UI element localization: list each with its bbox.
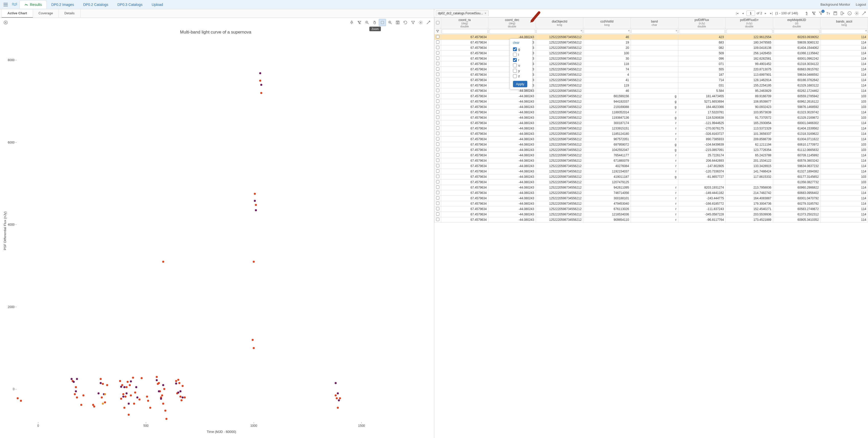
add-column-icon[interactable] xyxy=(840,11,845,16)
table-row[interactable]: 67.4579634-44.08024312522205987345562127… xyxy=(434,191,868,196)
row-checkbox[interactable] xyxy=(436,94,439,97)
row-checkbox[interactable] xyxy=(436,185,439,189)
row-checkbox[interactable] xyxy=(436,110,439,114)
refresh-button[interactable] xyxy=(402,19,409,26)
row-checkbox[interactable] xyxy=(436,202,439,205)
row-checkbox[interactable] xyxy=(436,132,439,135)
table-row[interactable]: 67.4579634-44.08024312522205987345562121… xyxy=(434,83,868,88)
pan-button[interactable] xyxy=(371,19,378,26)
page-input[interactable] xyxy=(746,10,755,16)
row-checkbox[interactable] xyxy=(436,83,439,87)
table-row[interactable]: 67.4579634-44.08024312522205987345562129… xyxy=(434,217,868,223)
row-checkbox[interactable] xyxy=(436,196,439,200)
add-chart-button[interactable] xyxy=(2,19,9,26)
table-row[interactable]: 67.4579634-44.08024312522205987345562124… xyxy=(434,34,868,40)
table-row[interactable]: 67.4579634-44.08024312522205987345562124… xyxy=(434,72,868,78)
table-row[interactable]: 67.4579634-44.08024312522205987345562124… xyxy=(434,174,868,180)
table-row[interactable]: 67.4579634-44.08024312522205987345562121… xyxy=(434,61,868,67)
row-checkbox[interactable] xyxy=(436,191,439,194)
table-row[interactable]: 67.4579634-44.08024312522205987345562121… xyxy=(434,147,868,153)
row-checkbox[interactable] xyxy=(436,46,439,49)
band-option-z[interactable]: z xyxy=(513,74,529,79)
row-checkbox[interactable] xyxy=(436,78,439,81)
table-row[interactable]: 67.4579634-44.08024312522205987345562126… xyxy=(434,206,868,212)
filter-band[interactable] xyxy=(631,29,678,34)
row-checkbox[interactable] xyxy=(436,175,439,178)
filter-bands_ascii[interactable] xyxy=(821,29,867,34)
table-row[interactable]: 67.4579634-44.08024312522205987345562124… xyxy=(434,88,868,94)
col-header-psfDiffFlux[interactable]: psfDiffFlux(nJy)double xyxy=(678,18,725,29)
logout-link[interactable]: Logout xyxy=(856,3,866,6)
table-row[interactable]: 67.4579634-44.08024312522205987345562121… xyxy=(434,126,868,131)
gear-icon[interactable] xyxy=(854,11,859,16)
table-row[interactable]: 67.4579634-44.08024312522205987345562121… xyxy=(434,115,868,120)
row-checkbox[interactable] xyxy=(436,67,439,70)
filter-diaObjectId[interactable] xyxy=(536,29,583,34)
row-checkbox[interactable] xyxy=(436,148,439,151)
row-checkbox[interactable] xyxy=(436,158,439,162)
table-row[interactable]: 67.4579634-44.08024312522205987345562127… xyxy=(434,153,868,158)
col-header-psfDiffFluxErr[interactable]: psfDiffFluxErr(nJy)double xyxy=(725,18,773,29)
clear-filter-link[interactable]: clear xyxy=(513,41,529,45)
table-row[interactable]: 67.4579634-44.08024312522205987345562123… xyxy=(434,56,868,61)
filter-row-icon[interactable] xyxy=(434,29,441,34)
background-monitor-link[interactable]: Background Monitor xyxy=(820,3,850,6)
first-page-button[interactable]: |◂ xyxy=(735,11,739,16)
subtab-active-chart[interactable]: Active Chart xyxy=(2,9,33,18)
table-row[interactable]: 67.4579634-44.08024312522205987345562121… xyxy=(434,212,868,217)
pin-button[interactable] xyxy=(348,19,355,26)
filter-ccdVisitId[interactable] xyxy=(584,29,630,34)
table-row[interactable]: 67.4579634-44.08024312522205987345562121… xyxy=(434,169,868,174)
box-select-button[interactable] xyxy=(379,19,386,26)
band-option-i[interactable]: i xyxy=(513,52,529,57)
filter-psfDiffFlux[interactable] xyxy=(679,29,725,34)
next-page-button[interactable]: ▸ xyxy=(764,11,768,16)
row-checkbox[interactable] xyxy=(436,137,439,141)
col-header-bands_ascii[interactable]: bands_asciilong xyxy=(820,18,868,29)
row-checkbox[interactable] xyxy=(436,40,439,44)
table-row[interactable]: 67.4579634-44.08024312522205987345562121… xyxy=(434,180,868,185)
row-checkbox[interactable] xyxy=(436,180,439,183)
band-option-g[interactable]: g xyxy=(513,47,529,52)
row-checkbox[interactable] xyxy=(436,35,439,38)
table-row[interactable]: 67.4579634-44.08024312522205987345562129… xyxy=(434,185,868,191)
row-checkbox[interactable] xyxy=(436,126,439,130)
table-row[interactable]: 67.4579634-44.08024312522205987345562121… xyxy=(434,131,868,137)
tab-dp0-2-catalogs[interactable]: DP0.2 Catalogs xyxy=(79,0,113,9)
save-table-icon[interactable] xyxy=(833,11,838,16)
expand-button[interactable] xyxy=(425,19,432,26)
row-checkbox[interactable] xyxy=(436,143,439,146)
row-checkbox[interactable] xyxy=(436,207,439,210)
row-checkbox[interactable] xyxy=(436,57,439,60)
row-checkbox[interactable] xyxy=(436,89,439,92)
text-size-icon[interactable] xyxy=(826,11,831,16)
clear-filters-icon[interactable] xyxy=(811,11,816,16)
filter-coord_ra[interactable] xyxy=(442,29,488,34)
filter-expMidptMJD[interactable] xyxy=(774,29,820,34)
band-option-r[interactable]: r xyxy=(513,57,529,63)
table-row[interactable]: 67.4579634-44.08024312522205987345562122… xyxy=(434,105,868,110)
row-checkbox[interactable] xyxy=(436,153,439,156)
table-row[interactable]: 67.4579634-44.08024312522205987345562124… xyxy=(434,78,868,83)
col-header-coord_ra[interactable]: coord_ra(deg)double xyxy=(441,18,489,29)
table-row[interactable]: 67.4579634-44.08024312522205987345562126… xyxy=(434,94,868,99)
band-option-y[interactable]: y xyxy=(513,68,529,74)
table-row[interactable]: 67.4579634-44.08024312522205987345562121… xyxy=(434,110,868,115)
info-icon[interactable] xyxy=(847,11,852,16)
table-row[interactable]: 67.4579634-44.08024312522205987345562126… xyxy=(434,142,868,147)
subtab-coverage[interactable]: Coverage xyxy=(33,9,59,18)
table-row[interactable]: 67.4579634-44.08024312522205987345562124… xyxy=(434,201,868,206)
row-checkbox[interactable] xyxy=(436,212,439,216)
close-icon[interactable]: × xyxy=(485,11,487,15)
clear-filter-button[interactable] xyxy=(356,19,363,26)
table-row[interactable]: 67.4579634-44.08024312522205987345562127… xyxy=(434,67,868,72)
tab-results[interactable]: Results xyxy=(20,0,47,9)
table-row[interactable]: 67.4579634-44.08024312522205987345562124… xyxy=(434,164,868,169)
apply-filter-button[interactable]: Apply xyxy=(513,81,528,87)
expand-table-icon[interactable] xyxy=(861,11,866,16)
microscope-icon[interactable] xyxy=(804,11,809,16)
chart-plot[interactable]: 02000400060008000050010001500Time (MJD -… xyxy=(3,37,429,435)
col-header-expMidptMJD[interactable]: expMidptMJD(d)double xyxy=(773,18,820,29)
row-checkbox[interactable] xyxy=(436,51,439,55)
last-page-button[interactable]: ▸| xyxy=(769,11,774,16)
